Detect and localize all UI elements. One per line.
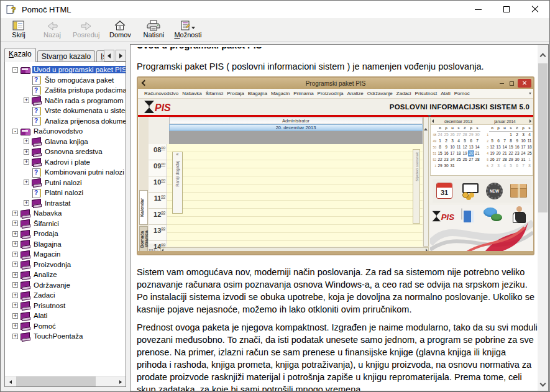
earlier-events-label: Raniji događaj	[175, 161, 180, 186]
tree-expander[interactable]: +	[12, 282, 18, 288]
tree-item[interactable]: + Prisutnost	[6, 301, 126, 311]
tree-item[interactable]: + Glavna knjiga	[6, 137, 126, 147]
tree-item-icon	[32, 168, 41, 176]
tree-item-icon	[21, 127, 30, 135]
tree-item[interactable]: Zaštita pristupa podacima	[6, 85, 126, 96]
maximize-icon	[503, 6, 510, 12]
tree-item[interactable]: + Nabavka	[6, 208, 126, 219]
calendar-day: 3	[495, 163, 502, 169]
tree-item-label: Intrastat	[44, 199, 72, 207]
back-button[interactable]: Nazaj	[39, 20, 65, 39]
tree-item[interactable]: + Održavanje	[6, 280, 126, 291]
tree-expander[interactable]: +	[24, 180, 29, 185]
tree-item[interactable]: + Proizvodnja	[6, 260, 126, 270]
maximize-button[interactable]	[492, 1, 521, 18]
calendar-day: 4	[456, 138, 462, 144]
calendar-day: 21	[474, 150, 480, 157]
tree-item[interactable]: Što omogućava paket	[6, 75, 126, 86]
tree-item[interactable]: + Zadaci	[6, 290, 126, 301]
tree-expander[interactable]: +	[12, 262, 18, 267]
minimize-icon	[475, 9, 482, 10]
hide-panel-icon	[12, 20, 25, 31]
scroll-right-button[interactable]	[115, 376, 126, 387]
tabs-scroll-left-button[interactable]	[104, 50, 114, 62]
toolbar: Skrij Nazaj Posreduj Domov Natisni	[1, 18, 549, 42]
calendar-day: 6	[495, 138, 502, 144]
tree-expander[interactable]: +	[24, 139, 29, 144]
forward-arrow-icon	[80, 20, 93, 31]
home-button[interactable]: Domov	[107, 20, 133, 39]
tree-expander[interactable]: +	[24, 149, 29, 155]
app-title-bar: Programski paket PIS	[138, 78, 533, 89]
calendar-day: 28	[462, 132, 468, 138]
tree-expander[interactable]: -	[12, 129, 18, 134]
scroll-left-button[interactable]	[5, 376, 16, 387]
tree-item[interactable]: + Alati	[6, 311, 126, 321]
close-button[interactable]	[521, 1, 549, 18]
topic-text: Uvod u programski paket PIS Programski p…	[137, 47, 538, 391]
tree-item-icon	[32, 107, 41, 115]
sidebar-tab[interactable]: Iskanje	[96, 50, 104, 62]
tree-expander[interactable]: +	[12, 303, 18, 308]
options-icon	[180, 20, 195, 31]
hide-button[interactable]: Skrij	[6, 20, 32, 39]
print-button[interactable]: Natisni	[140, 20, 167, 39]
tree-expander[interactable]: +	[24, 200, 29, 206]
scroll-up-button[interactable]	[538, 50, 548, 60]
tree-expander[interactable]: +	[12, 323, 18, 329]
time-slot: 0900	[149, 160, 167, 176]
tree-item[interactable]: + TouchPoentaža	[6, 331, 126, 342]
forward-button[interactable]: Posreduj	[73, 20, 99, 39]
tree-expander[interactable]: +	[12, 252, 18, 257]
tree-item-label: Uvod u programski paket PIS	[32, 66, 126, 73]
tree-expander[interactable]: +	[12, 313, 18, 319]
week-number: 51	[432, 150, 437, 157]
tree-expander[interactable]: +	[24, 98, 29, 103]
tree-item[interactable]: + Šifarnici	[6, 219, 126, 229]
tree-expander[interactable]: +	[12, 211, 18, 216]
tree-item[interactable]: + Blagajna	[6, 239, 126, 250]
tree-item[interactable]: + Putni nalozi	[6, 178, 126, 188]
tree-item[interactable]: - Računovodstvo	[6, 126, 126, 137]
tree-item[interactable]: Vrste dokumenata u sistemu	[6, 106, 126, 116]
calendar-day: 15	[508, 144, 514, 150]
options-button[interactable]: Možnosti	[174, 20, 201, 39]
tree-expander[interactable]: +	[24, 159, 29, 165]
content-vertical-scrollbar[interactable]	[538, 45, 548, 391]
calendar-day: 30	[514, 157, 520, 163]
tree-expander[interactable]: +	[12, 293, 18, 298]
tree-item[interactable]: + Kadrovi i plate	[6, 157, 126, 168]
next-month-icon	[529, 119, 531, 123]
tree-horizontal-scrollbar[interactable]	[5, 376, 126, 386]
tree-item[interactable]: Kombinovani putni nalozi	[6, 167, 126, 178]
tree-item[interactable]: Platni nalozi	[6, 188, 126, 198]
tree-expander[interactable]: +	[12, 221, 18, 226]
sidebar-tab[interactable]: Kazalo	[4, 48, 36, 62]
tree-item[interactable]: + Način rada s programom	[6, 96, 126, 106]
tree-expander[interactable]: +	[12, 231, 18, 237]
tree-item[interactable]: + Intrastat	[6, 198, 126, 209]
tree-item[interactable]: + Pomoć	[6, 321, 126, 332]
scrollbar-thumb[interactable]	[16, 376, 96, 387]
left-triangle-icon	[108, 53, 111, 58]
scrollbar-thumb[interactable]	[538, 63, 548, 212]
tree-item[interactable]: + Prodaja	[6, 229, 126, 239]
sidebar-tab[interactable]: Stvarno kazalo	[37, 50, 95, 62]
tree-expander[interactable]: +	[12, 272, 18, 278]
tree-item[interactable]: Analiza prijenosa dokumenata	[6, 116, 126, 127]
tree-expander[interactable]: -	[12, 67, 18, 73]
calendar-day: 11	[526, 138, 533, 144]
tree-item[interactable]: + Osnovna sredstva	[6, 147, 126, 157]
tree-expander[interactable]: +	[12, 241, 18, 247]
scroll-down-button[interactable]	[538, 379, 548, 390]
calendar-day: 23	[443, 157, 449, 163]
minimize-button[interactable]	[464, 1, 492, 18]
tabs-scroll-right-button[interactable]	[116, 50, 126, 62]
tree-expander[interactable]: +	[12, 334, 18, 339]
month-title-january: januar 2014	[482, 119, 528, 124]
tree-item-label: Zaštita pristupa podacima	[44, 86, 126, 94]
tree-item[interactable]: + Analize	[6, 270, 126, 280]
calendar-day: 5	[508, 163, 514, 169]
tree-item[interactable]: + Magacin	[6, 249, 126, 260]
tree-item[interactable]: - Uvod u programski paket PIS	[6, 65, 126, 75]
